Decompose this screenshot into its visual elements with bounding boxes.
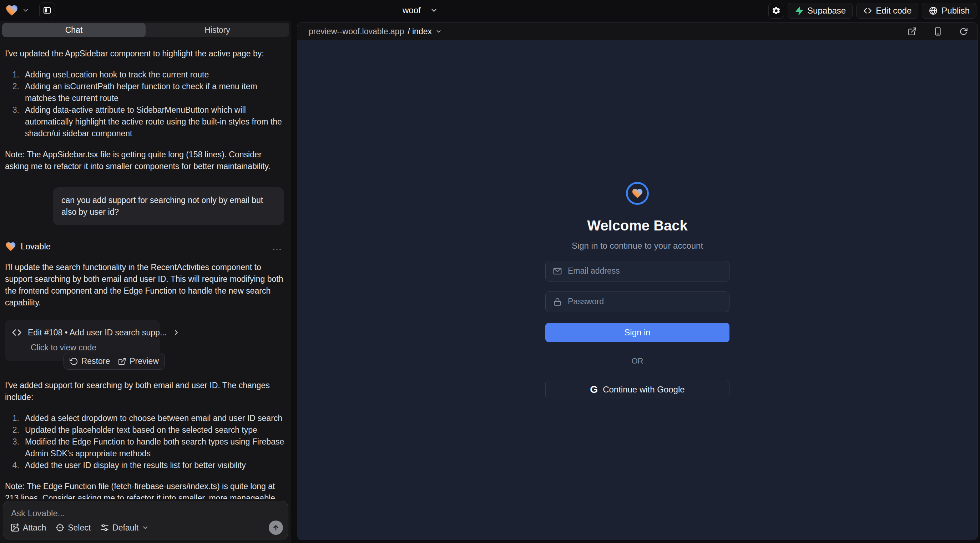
panel-left-icon <box>43 6 51 14</box>
url-host: preview--woof.lovable.app <box>309 27 404 37</box>
or-divider: OR <box>545 356 729 366</box>
tab-chat[interactable]: Chat <box>2 23 146 37</box>
ordered-list: Adding useLocation hook to track the cur… <box>5 69 285 140</box>
chat-history-tabs: Chat History <box>2 23 289 37</box>
google-icon: G <box>590 384 598 395</box>
url-path: / index <box>407 27 432 37</box>
supabase-label: Supabase <box>807 6 846 16</box>
list-item: Added the user ID display in the results… <box>5 459 285 471</box>
message-note: Note: The Edge Function file (fetch-fire… <box>5 481 285 499</box>
preview-panel: preview--woof.lovable.app / index <box>297 22 978 540</box>
preview-viewport: Welcome Back Sign in to continue to your… <box>297 40 977 540</box>
list-item: Adding an isCurrentPath helper function … <box>5 81 285 104</box>
lock-icon <box>553 297 562 306</box>
settings-button[interactable] <box>768 3 784 19</box>
supabase-button[interactable]: Supabase <box>788 3 853 19</box>
preview-url-button[interactable]: preview--woof.lovable.app / index <box>309 27 442 37</box>
assistant-message: I've updated the AppSidebar component to… <box>5 48 285 172</box>
edit-code-label: Edit code <box>876 6 912 16</box>
mode-label: Default <box>112 523 138 533</box>
list-item: Adding useLocation hook to track the cur… <box>5 69 285 81</box>
user-message-bubble: can you add support for searching not on… <box>53 187 284 225</box>
sidebar-toggle-button[interactable] <box>39 3 55 18</box>
chat-message-list[interactable]: I've updated the AppSidebar component to… <box>0 40 291 499</box>
edit-card[interactable]: Edit #108 • Add user ID search supp... C… <box>5 320 160 361</box>
ordered-list: Added a select dropdown to choose betwee… <box>5 413 285 471</box>
list-item: Adding data-active attribute to SidebarM… <box>5 104 285 140</box>
or-label: OR <box>632 356 643 366</box>
chevron-right-icon <box>172 329 180 337</box>
crosshair-icon <box>55 523 65 532</box>
project-title: woof <box>402 5 421 15</box>
publish-button[interactable]: Publish <box>922 3 977 19</box>
sender-name: Lovable <box>21 241 51 251</box>
chevron-down-icon <box>142 524 149 531</box>
publish-label: Publish <box>942 6 970 16</box>
google-label: Continue with Google <box>603 384 684 395</box>
project-chevron-down-icon <box>430 6 438 14</box>
edit-code-button[interactable]: Edit code <box>856 3 918 19</box>
refresh-button[interactable] <box>959 27 968 36</box>
list-item: Added a select dropdown to choose betwee… <box>5 413 285 424</box>
send-button[interactable] <box>269 521 283 535</box>
mode-button[interactable]: Default <box>100 523 149 533</box>
signin-button[interactable]: Sign in <box>545 323 729 342</box>
edit-card-subtitle[interactable]: Click to view code <box>31 343 153 352</box>
code-icon <box>11 327 22 338</box>
message-paragraph: I've added support for searching by both… <box>5 379 285 403</box>
signin-logo <box>626 182 649 205</box>
welcome-subtitle: Sign in to continue to your account <box>572 241 703 251</box>
refresh-icon <box>959 27 968 36</box>
email-field[interactable] <box>545 261 729 281</box>
preview-button[interactable]: Preview <box>118 356 159 366</box>
image-plus-icon <box>10 523 20 532</box>
assistant-message: Lovable … I'll update the search functio… <box>5 241 285 499</box>
globe-icon <box>929 6 938 15</box>
message-paragraph: I've updated the AppSidebar component to… <box>5 48 285 60</box>
restore-icon <box>70 357 78 366</box>
restore-preview-pill: Restore Preview <box>64 353 165 370</box>
logo-chevron-down-icon[interactable] <box>22 7 29 14</box>
signin-card: Welcome Back Sign in to continue to your… <box>545 182 729 399</box>
external-link-icon <box>908 27 917 36</box>
restore-button[interactable]: Restore <box>70 356 110 366</box>
open-external-button[interactable] <box>908 27 917 36</box>
message-note: Note: The AppSidebar.tsx file is getting… <box>5 149 285 172</box>
chat-panel: Chat History I've updated the AppSidebar… <box>0 21 291 543</box>
list-item: Updated the placeholder text based on th… <box>5 424 285 436</box>
top-chrome: woof Supabase Edit code Publish <box>0 0 980 21</box>
sliders-icon <box>100 523 109 532</box>
mobile-view-button[interactable] <box>933 27 943 36</box>
lovable-logo-heart-icon[interactable] <box>5 3 19 17</box>
preview-label: Preview <box>130 356 159 366</box>
restore-label: Restore <box>81 356 110 366</box>
message-menu-button[interactable]: … <box>272 241 285 252</box>
project-switcher[interactable]: woof <box>402 0 438 21</box>
attach-button[interactable]: Attach <box>10 523 46 533</box>
url-chevron-down-icon <box>435 28 442 35</box>
composer-input[interactable] <box>11 508 282 518</box>
password-input[interactable] <box>568 297 722 306</box>
supabase-icon <box>794 6 804 15</box>
preview-header: preview--woof.lovable.app / index <box>297 22 977 40</box>
google-button[interactable]: G Continue with Google <box>545 380 729 399</box>
select-label: Select <box>68 523 91 533</box>
email-input[interactable] <box>568 266 722 276</box>
welcome-title: Welcome Back <box>587 218 688 234</box>
message-paragraph: I'll update the search functionality in … <box>5 262 285 309</box>
edit-card-title: Edit #108 • Add user ID search supp... <box>28 328 167 338</box>
arrow-up-icon <box>272 524 280 532</box>
heart-icon <box>631 187 643 199</box>
select-button[interactable]: Select <box>55 523 91 533</box>
gear-icon <box>772 6 781 15</box>
password-field[interactable] <box>545 292 729 312</box>
composer: Attach Select Default <box>3 501 288 540</box>
mail-icon <box>553 267 562 276</box>
smartphone-icon <box>933 27 943 36</box>
list-item: Modified the Edge Function to handle bot… <box>5 436 285 459</box>
attach-label: Attach <box>23 523 46 533</box>
code-icon <box>863 6 872 15</box>
tab-history[interactable]: History <box>146 23 289 37</box>
lovable-avatar-heart-icon <box>5 241 16 252</box>
external-link-icon <box>118 357 126 366</box>
